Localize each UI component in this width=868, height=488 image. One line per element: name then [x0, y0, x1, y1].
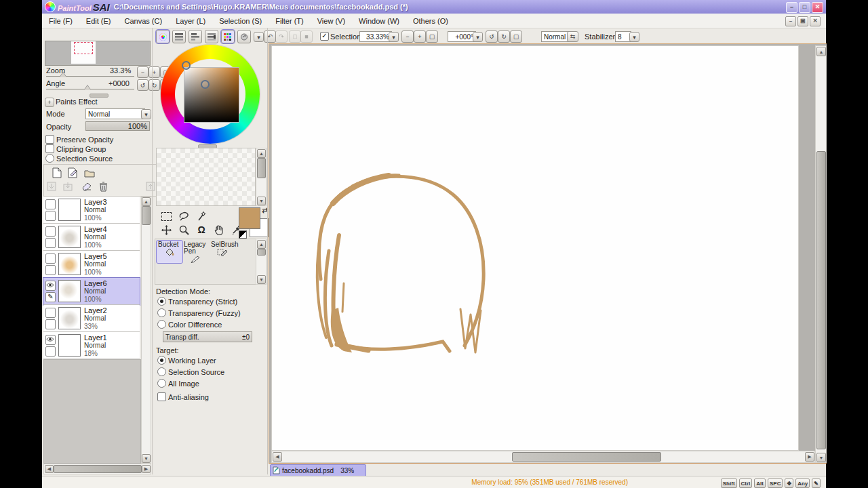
ctrl-key-indicator[interactable]: Ctrl [739, 479, 753, 488]
selection-checkbox[interactable]: ✓ [320, 32, 329, 41]
scratchpad-tab[interactable] [237, 30, 251, 43]
navigator-rotate-ccw-button[interactable]: ↺ [137, 79, 149, 91]
rotate-canvas-tool[interactable]: Ω [194, 224, 209, 236]
scroll-left-button[interactable]: ◀ [45, 465, 54, 473]
scroll-down-button[interactable]: ▼ [257, 197, 266, 205]
rgb-sliders-tab[interactable] [172, 30, 186, 43]
scroll-down-button[interactable]: ▼ [816, 453, 826, 462]
transfer-down-icon[interactable] [44, 180, 59, 192]
preserve-opacity-checkbox[interactable] [45, 135, 54, 144]
foreground-color-swatch[interactable] [239, 207, 260, 229]
layer-row-layer2[interactable]: Layer2 Normal 33% [43, 305, 140, 332]
scratchpad-scrollbar[interactable]: ▲ ▼ [256, 148, 267, 206]
zoom-dropdown-button[interactable]: ▾ [389, 32, 399, 42]
mode-dropdown-button[interactable]: ▾ [141, 109, 151, 119]
selection-source-radio[interactable] [45, 154, 54, 163]
bucket-tool-tab[interactable]: Bucket [157, 241, 182, 263]
shift-key-indicator[interactable]: Shift [721, 479, 737, 488]
rotate-ccw-button[interactable]: ↺ [486, 30, 498, 43]
navigator-angle-slider-handle[interactable] [84, 85, 91, 90]
canvas-horizontal-scrollbar[interactable]: ◀ ▶ [271, 451, 815, 463]
transparency-fuzzy-radio[interactable] [157, 308, 166, 317]
any-device-indicator[interactable]: Any [795, 479, 810, 488]
rect-select-tool[interactable] [159, 210, 174, 222]
flip-horizontal-button[interactable]: ⇆ [567, 31, 578, 42]
zoom-in-button[interactable]: + [414, 30, 426, 43]
zoom-value-field[interactable]: 33.33% [359, 31, 392, 42]
invert-selection-button[interactable]: ■ [300, 30, 313, 43]
canvas-vertical-scrollbar[interactable]: ▲ ▼ [815, 45, 827, 463]
menu-filter[interactable]: Filter (T) [269, 17, 311, 25]
opacity-slider[interactable]: 100% [85, 121, 150, 131]
navigator-preview[interactable] [45, 41, 151, 66]
paint-mode-field[interactable]: Normal [541, 31, 570, 42]
scrollbar-thumb[interactable] [816, 151, 826, 449]
stabilizer-dropdown-button[interactable]: ▾ [629, 32, 639, 42]
layer-visibility-toggle[interactable] [45, 308, 56, 318]
layer-row-layer1[interactable]: Layer1 Normal 18% [43, 332, 140, 359]
scroll-down-button[interactable]: ▼ [142, 454, 151, 463]
merge-down-icon[interactable] [60, 180, 75, 192]
navigator-zoom-slider-handle[interactable] [60, 73, 66, 77]
magic-wand-tool[interactable] [194, 210, 209, 222]
document-tab[interactable]: facebookadd.psd 33% [270, 464, 366, 476]
layer-option-toggle[interactable] [45, 211, 56, 221]
scrollbar-thumb[interactable] [512, 452, 661, 462]
working-layer-pen-icon[interactable]: ✎ [45, 292, 56, 302]
angle-value-field[interactable]: +000° [448, 31, 476, 42]
hand-tool[interactable] [212, 224, 226, 236]
toolbar-dropdown-button[interactable]: ▾ [254, 32, 264, 42]
angle-reset-button[interactable]: ▢ [510, 30, 522, 43]
saturation-value-square[interactable] [184, 67, 239, 123]
clipping-group-checkbox[interactable] [45, 144, 54, 153]
scrollbar-thumb[interactable] [257, 158, 266, 178]
paints-effect-expander[interactable]: + [45, 98, 54, 107]
menu-canvas[interactable]: Canvas (C) [118, 17, 170, 25]
lasso-tool[interactable] [176, 210, 191, 222]
clear-layer-icon[interactable] [79, 180, 94, 192]
layer-list-vertical-scrollbar[interactable]: ▲ ▼ [141, 197, 151, 464]
navigator-zoom-in-button[interactable]: + [149, 66, 160, 78]
layer-visibility-toggle[interactable] [45, 335, 56, 345]
scroll-down-button[interactable]: ▼ [257, 275, 266, 284]
transparency-strict-radio[interactable] [157, 297, 166, 306]
layer-option-toggle[interactable] [45, 238, 56, 248]
scrollbar-thumb[interactable] [142, 206, 151, 225]
color-difference-radio[interactable] [157, 320, 166, 329]
zoom-reset-button[interactable]: ▢ [426, 30, 438, 43]
close-button[interactable]: ✕ [812, 2, 823, 13]
target-selection-source-radio[interactable] [157, 367, 166, 376]
pen-device-indicator[interactable]: ✎ [812, 479, 821, 488]
color-mixer-tab[interactable] [205, 30, 218, 43]
transp-diff-slider[interactable]: Transp diff. ±0 [163, 331, 252, 342]
swatches-tab[interactable] [221, 30, 235, 43]
new-linework-layer-icon[interactable] [66, 167, 81, 179]
scroll-up-button[interactable]: ▲ [257, 149, 266, 158]
layer-visibility-toggle[interactable] [45, 253, 56, 264]
title-bar[interactable]: PaintTool SAI C:\Documents and Settings\… [42, 0, 826, 14]
navigator-zoom-out-button[interactable]: − [137, 66, 149, 78]
canvas-paper[interactable] [271, 45, 799, 451]
layer-row-layer6-selected[interactable]: ✎ Layer6 Normal 100% [43, 278, 140, 305]
anti-aliasing-checkbox[interactable] [157, 392, 166, 401]
menu-edit[interactable]: Edit (E) [79, 17, 118, 25]
mode-select[interactable]: Normal [85, 108, 145, 119]
angle-dropdown-button[interactable]: ▾ [473, 32, 483, 42]
layer-visibility-toggle[interactable] [45, 226, 56, 237]
scroll-up-button[interactable]: ▲ [257, 240, 266, 249]
layer-row-layer3[interactable]: Layer3 Normal 100% [43, 197, 140, 224]
sv-marker[interactable] [201, 80, 210, 89]
hue-marker[interactable] [182, 61, 191, 70]
color-wheel-tab[interactable] [156, 30, 170, 43]
undo-button[interactable]: ↶ [264, 30, 276, 43]
minimize-button[interactable]: – [786, 2, 797, 13]
navigator-rotate-cw-button[interactable]: ↻ [149, 79, 160, 91]
scroll-right-button[interactable]: ▶ [142, 465, 151, 473]
menu-view[interactable]: View (V) [311, 17, 352, 25]
layer-visibility-toggle[interactable] [45, 281, 56, 291]
scroll-left-button[interactable]: ◀ [273, 452, 282, 462]
tool-shelf-scrollbar[interactable]: ▲ ▼ [256, 239, 267, 285]
layer-visibility-toggle[interactable] [45, 199, 56, 209]
navigator-view-rect[interactable] [74, 42, 93, 54]
layer-option-toggle[interactable] [45, 265, 56, 275]
